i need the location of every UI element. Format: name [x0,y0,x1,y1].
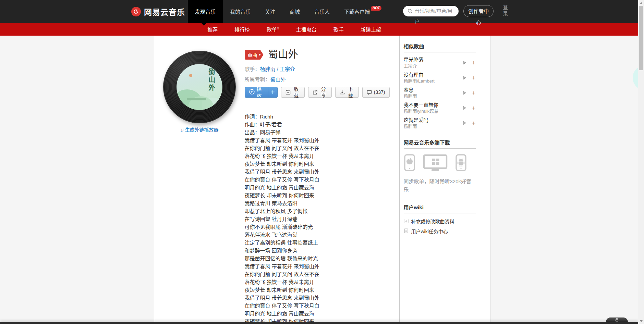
add-icon[interactable]: + [472,90,475,96]
subnav-item-ranking[interactable]: 排行榜 [234,26,250,33]
top-nav-bar: 网易云音乐 发现音乐 我的音乐 关注 商城 音乐人 下载客户端 HOT 音乐/视… [0,0,644,23]
lyrics-block: 作词：Richh 作曲：叶子/君君 出品：网易子弹 我借了春风 带着花开 来到蜀… [245,113,390,324]
single-type-label: 单曲 [248,52,257,58]
search-icon [408,9,413,15]
subnav-item-radio[interactable]: 主播电台 [296,26,317,33]
wiki-item-label: 用户wiki任务中心 [411,228,448,235]
login-link[interactable]: 登录 [503,4,509,17]
add-icon[interactable]: + [472,105,475,111]
subnav-item-new-albums[interactable]: 新碟上架 [361,26,381,33]
album-cover-art: 蜀山外 [177,64,222,110]
wiki-item-label: 补充或修改歌曲资料 [411,218,454,225]
brand[interactable]: 网易云音乐 [131,0,185,23]
scrollbar-down-arrow[interactable] [638,318,644,324]
lyric-line: 落花纷飞 独饮一杯 我从未离开 [245,278,390,286]
creator-center-button[interactable]: 创作者中心 [463,5,494,17]
lyric-line: 注定了离别的相遇 往事临摹纸上 [245,239,390,247]
similar-song-link[interactable]: 没有理由 [404,72,435,78]
netease-logo-icon [131,7,141,16]
nav-item-musician[interactable]: 音乐人 [307,0,337,23]
single-type-tag: 单曲 [245,50,264,60]
play-triangle-icon[interactable] [463,60,466,66]
player-lock-tab[interactable] [606,317,628,322]
similar-song-item: 没有理由杨胖雨/Lambert + [404,72,476,84]
share-button[interactable]: 分享 [308,87,332,98]
search-input[interactable]: 音乐/视频/电台/用户 [403,6,459,16]
nav-item-follow[interactable]: 关注 [258,0,282,23]
similar-song-link[interactable]: 星光降落 [404,57,424,63]
lyric-line: 作曲：叶子/君君 [245,121,390,128]
subnav-item-label: 歌单 [267,27,277,33]
similar-song-link[interactable]: 窒息 [404,87,417,93]
song-title: 蜀山外 [268,49,298,60]
play-triangle-icon[interactable] [463,75,466,81]
similar-song-artist: 杨胖雨 [404,123,429,129]
share-label: 分享 [320,85,327,99]
wiki-edit-song-info-link[interactable]: 补充或修改歌曲资料 [404,218,476,225]
lyric-line: 我借了明月 带着思念 来到蜀山外 [245,294,390,302]
player-bar-edge[interactable] [0,322,638,324]
similar-song-link[interactable]: 我不要一直想你 [404,102,439,108]
favorite-button[interactable]: 收藏 [281,87,305,98]
cover-title-calligraphy: 蜀山外 [207,68,217,92]
add-icon[interactable]: + [472,75,475,81]
add-icon[interactable]: + [472,120,475,126]
download-caption: 同步歌单，随时畅听320k好音乐 [404,177,476,194]
action-buttons: 播放 + 收藏 分享 下载 [245,87,390,98]
nav-item-my-music[interactable]: 我的音乐 [223,0,258,23]
lyric-line: 作词：Richh [245,113,390,121]
add-to-playlist-button[interactable]: + [268,87,277,97]
cover-pavilion-roof [187,98,206,100]
subnav-item-recommend[interactable]: 推荐 [207,26,218,33]
nav-item-discover[interactable]: 发现音乐 [188,0,223,23]
lyric-line: 明月的光 地上的霜 青山藏云海 [245,310,390,317]
song-info-column: 单曲 蜀山外 歌手：杨胖雨 / 王宗介 所属专辑：蜀山外 播放 + [245,49,399,324]
similar-song-artist: 杨胖雨/Lambert [404,78,435,84]
subnav-item-playlist[interactable]: 歌单® [267,26,279,33]
similar-song-artist: 王宗介 [404,63,424,69]
generate-outer-player-link[interactable]: ♫ 生成外链播放器 [180,126,218,133]
album-column: 蜀山外 ♫ 生成外链播放器 [154,49,245,324]
wiki-task-center-link[interactable]: 用户wiki任务中心 [404,228,476,235]
play-triangle-icon[interactable] [463,120,466,126]
nav-item-download-client[interactable]: 下载客户端 HOT [337,0,389,23]
play-triangle-icon[interactable] [463,90,466,96]
subnav-item-artist[interactable]: 歌手 [333,26,344,33]
add-icon[interactable]: + [472,60,475,66]
album-link[interactable]: 蜀山外 [270,76,286,82]
play-button[interactable]: 播放 [245,87,268,97]
triangle-up-icon [640,2,643,4]
search-placeholder: 音乐/视频/电台/用户 [415,6,453,27]
download-button[interactable]: 下载 [335,87,359,98]
multi-device-download-title: 网易云音乐多端下载 [404,139,476,149]
play-circle-icon [249,89,255,96]
lyric-line: 我借了春风 带着花开 来到蜀山外 [245,262,390,270]
android-icon[interactable] [455,154,467,173]
lyric-line: 在你的门前 问了又问 故人在不在 [245,144,390,152]
pc-client-icon[interactable] [423,154,448,173]
lyric-line: 在你的窗台 停了又停 写下秋月白 [245,302,390,310]
active-tab-tail [201,23,207,26]
iphone-icon[interactable] [404,154,415,173]
play-triangle-icon[interactable] [463,105,466,111]
scrollbar-thumb[interactable] [639,6,643,70]
lyric-line: 夜短梦长 却未听到 你何时回来 [245,286,390,294]
artist-link-1[interactable]: 杨胖雨 [260,66,276,72]
nav-item-store[interactable]: 商城 [282,0,307,23]
outer-player-label: 生成外链播放器 [185,126,219,133]
lyric-line: 可你不见我眼底 渐渐破碎的光 [245,223,390,231]
artist-link-2[interactable]: 王宗介 [280,66,295,72]
similar-song-link[interactable]: 这就是爱吗 [404,117,429,123]
lyric-line: 我借了春风 带着花开 来到蜀山外 [245,136,390,144]
music-note-icon: ♫ [180,127,184,133]
scrollbar-up-arrow[interactable] [638,0,644,6]
album-row: 所属专辑：蜀山外 [245,75,390,83]
similar-song-item: 星光降落王宗介 + [404,57,476,69]
folder-add-icon [285,90,291,95]
lyric-line: 明月的光 地上的霜 青山藏云海 [245,184,390,191]
user-wiki-title: 用户wiki [404,203,476,213]
comments-button[interactable]: (337) [362,87,390,98]
hot-badge: HOT [371,6,381,11]
download-icon [340,90,345,95]
nav-item-label: 下载客户端 [344,8,370,15]
